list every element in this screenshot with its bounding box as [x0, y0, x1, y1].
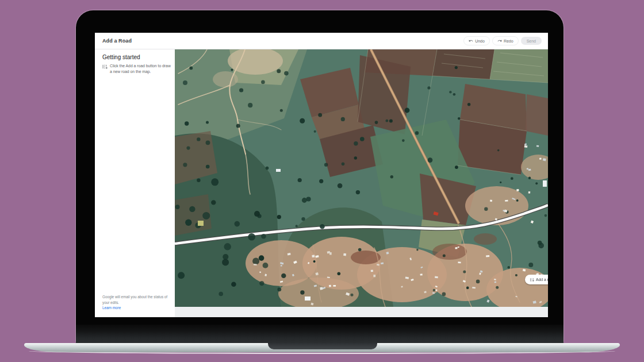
send-button[interactable]: Send — [521, 37, 542, 45]
laptop-base-notch — [268, 343, 377, 349]
redo-arrow-icon — [497, 38, 502, 43]
header-actions: Undo Redo Send — [463, 36, 542, 45]
add-road-icon — [102, 64, 108, 70]
instruction-row: Click the Add a road button to draw a ne… — [102, 63, 171, 75]
satellite-imagery — [175, 49, 548, 307]
undo-label: Undo — [475, 39, 485, 43]
footer-status-text: Google will email you about the status o… — [102, 295, 167, 305]
redo-label: Redo — [504, 39, 513, 43]
sidebar-footer: Google will email you about the status o… — [102, 294, 169, 311]
map-bottom-strip — [175, 307, 548, 317]
undo-arrow-icon — [469, 38, 473, 43]
sidebar-panel: Getting started Click the Add a road but… — [95, 49, 175, 317]
laptop-screen-content: Add a Road Undo Redo Send Getting starte… — [95, 33, 548, 317]
add-road-icon — [530, 278, 534, 282]
app-header: Add a Road Undo Redo Send — [95, 33, 548, 49]
instruction-text: Click the Add a road button to draw a ne… — [110, 63, 171, 75]
page-title: Add a Road — [102, 38, 132, 44]
getting-started-heading: Getting started — [102, 54, 140, 60]
learn-more-link[interactable]: Learn more — [102, 306, 121, 310]
satellite-map[interactable] — [175, 49, 548, 307]
desktop-background: Add a Road Undo Redo Send Getting starte… — [0, 0, 644, 362]
laptop-hinge-chin — [76, 325, 564, 343]
redo-button[interactable]: Redo — [492, 36, 519, 45]
add-road-fab-button[interactable]: Add a road — [525, 275, 548, 284]
add-road-fab-label: Add a road — [536, 278, 548, 282]
laptop-screen-bezel: Add a Road Undo Redo Send Getting starte… — [76, 10, 564, 343]
laptop-base — [24, 343, 620, 352]
undo-button[interactable]: Undo — [463, 36, 490, 45]
